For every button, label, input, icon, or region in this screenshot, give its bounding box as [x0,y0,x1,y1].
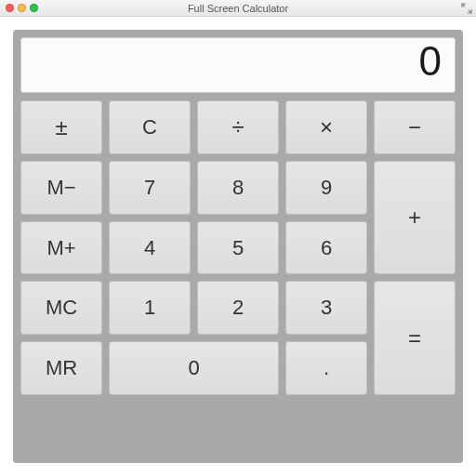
add-button[interactable]: + [374,161,456,275]
digit-9-button[interactable]: 9 [285,161,367,215]
subtract-button[interactable]: − [374,100,456,154]
close-icon[interactable] [6,4,14,12]
digit-6-button[interactable]: 6 [285,221,367,275]
digit-4-button[interactable]: 4 [109,221,191,275]
plus-minus-button[interactable]: ± [20,100,102,154]
minimize-icon[interactable] [18,4,26,12]
memory-subtract-button[interactable]: M− [20,161,102,215]
traffic-lights [0,4,38,12]
multiply-button[interactable]: × [285,100,367,154]
digit-1-button[interactable]: 1 [109,281,191,335]
keypad: ± C ÷ × − M− 7 8 9 M+ 4 5 6 + MC 1 2 3 M… [20,100,456,456]
clear-button[interactable]: C [109,100,191,154]
memory-recall-button[interactable]: MR [20,341,102,395]
fullscreen-icon[interactable] [461,3,472,14]
calculator-body: 0 ± C ÷ × − M− 7 8 9 M+ 4 5 6 + MC 1 2 3… [13,30,463,463]
zoom-icon[interactable] [30,4,38,12]
display-value: 0 [419,38,442,85]
digit-0-button[interactable]: 0 [109,341,279,395]
digit-7-button[interactable]: 7 [109,161,191,215]
window-titlebar: Full Screen Calculator [0,0,476,17]
digit-3-button[interactable]: 3 [285,281,367,335]
memory-add-button[interactable]: M+ [20,221,102,275]
memory-clear-button[interactable]: MC [20,281,102,335]
divide-button[interactable]: ÷ [197,100,279,154]
digit-5-button[interactable]: 5 [197,221,279,275]
calculator-app: 0 ± C ÷ × − M− 7 8 9 M+ 4 5 6 + MC 1 2 3… [0,17,476,476]
digit-2-button[interactable]: 2 [197,281,279,335]
window-title: Full Screen Calculator [0,3,476,14]
display: 0 [20,37,456,93]
decimal-button[interactable]: . [285,341,367,395]
equals-button[interactable]: = [374,281,456,395]
digit-8-button[interactable]: 8 [197,161,279,215]
